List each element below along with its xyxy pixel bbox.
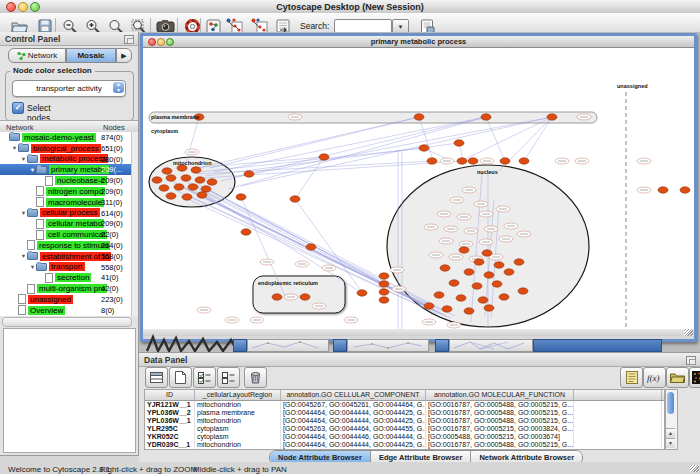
table-column-header[interactable]: _cellularLayoutRegion: [195, 390, 281, 400]
network-node[interactable]: [519, 158, 529, 164]
network-node[interactable]: [440, 265, 450, 271]
network-node[interactable]: [514, 259, 524, 265]
tree-row[interactable]: ▼primary metabo209(...: [0, 164, 138, 175]
network-node[interactable]: [424, 303, 434, 309]
scrollbar-thumb[interactable]: [667, 392, 674, 414]
unselect-attributes-icon[interactable]: [217, 367, 240, 388]
tree-row[interactable]: multi-organism pro42(0): [0, 283, 138, 294]
tab-network[interactable]: Network: [8, 48, 66, 63]
attribute-table[interactable]: ID_cellularLayoutRegionannotation.GO CEL…: [144, 389, 665, 450]
network-node[interactable]: [474, 259, 484, 265]
attribute-table-body[interactable]: YJR121W__1mitochondrion[GO:0045267, GO:0…: [145, 401, 664, 449]
table-cell[interactable]: [574, 441, 662, 449]
tree-row[interactable]: Overview8(0): [0, 305, 138, 316]
tree-row[interactable]: macromolecule311(0): [0, 197, 138, 208]
network-node[interactable]: [482, 250, 492, 256]
tree-row[interactable]: ▼biological_process651(0): [0, 143, 138, 154]
minimized-window-icon[interactable]: [435, 339, 449, 352]
expand-arrow-icon[interactable]: ▼: [20, 253, 27, 259]
network-node[interactable]: [442, 306, 452, 312]
node-color-dropdown[interactable]: transporter activity ▲▼: [12, 80, 126, 97]
expand-arrow-icon[interactable]: ▼: [20, 210, 27, 216]
tree-row[interactable]: response to stimulu264(0): [0, 240, 138, 251]
table-cell[interactable]: [GO:0016787, GO:0005488, GO:0005215, G..…: [426, 417, 574, 425]
tree-row-label[interactable]: primary metabo: [49, 165, 109, 174]
network-node[interactable]: [434, 292, 444, 298]
network-window-titlebar[interactable]: primary metabolic process: [143, 36, 694, 48]
table-cell[interactable]: mitochondrion: [195, 441, 281, 449]
network-node[interactable]: [188, 184, 198, 190]
table-cell[interactable]: YPL036W__2: [145, 409, 195, 417]
tree-row[interactable]: cellular metabo209(0): [0, 218, 138, 229]
network-edge[interactable]: [204, 192, 384, 284]
network-node[interactable]: [300, 294, 310, 300]
minimized-window-icon[interactable]: [333, 339, 347, 352]
network-node[interactable]: [468, 158, 478, 164]
minimized-window-bar[interactable]: [247, 339, 329, 352]
resize-grip-icon[interactable]: [684, 329, 693, 336]
table-row[interactable]: YPL036W__1mitochondrion[GO:0044464, GO:0…: [145, 417, 664, 425]
expand-arrow-icon[interactable]: ▼: [20, 156, 27, 162]
attribute-table-header[interactable]: ID_cellularLayoutRegionannotation.GO CEL…: [145, 390, 664, 401]
import-attributes-icon[interactable]: [666, 367, 689, 388]
tree-row[interactable]: secretion41(0): [0, 272, 138, 283]
tree-row[interactable]: mosaic-demo-yeast874(0): [0, 132, 138, 143]
network-node[interactable]: [236, 194, 246, 200]
network-node[interactable]: [494, 262, 504, 268]
tree-row-label[interactable]: cellular metabo: [46, 219, 104, 228]
tree-row-label[interactable]: biological_process: [31, 144, 101, 153]
network-node[interactable]: [166, 193, 176, 199]
window-titlebar[interactable]: Cytoscape Desktop (New Session): [0, 0, 700, 14]
table-cell[interactable]: [GO:0044464, GO:0044446, GO:0044444, G..…: [281, 433, 426, 441]
network-node[interactable]: [414, 114, 424, 120]
table-row[interactable]: YKR052Ccytoplasm[GO:0044464, GO:0044446,…: [145, 433, 664, 441]
network-node[interactable]: [500, 158, 510, 164]
tree-row-label[interactable]: multi-organism pro: [37, 284, 107, 293]
network-node[interactable]: [547, 114, 557, 120]
table-cell[interactable]: YLR295C: [145, 425, 195, 433]
tree-row-label[interactable]: unassigned: [28, 295, 73, 304]
table-cell[interactable]: [GO:0016787, GO:0005488, GO:0005215, G..…: [426, 401, 574, 409]
network-node[interactable]: [290, 196, 300, 202]
table-cell[interactable]: [574, 401, 662, 409]
table-cell[interactable]: [574, 433, 662, 441]
network-node[interactable]: [464, 269, 474, 275]
network-node[interactable]: [162, 168, 172, 174]
network-node[interactable]: [181, 175, 191, 181]
network-node[interactable]: [201, 186, 211, 192]
table-cell[interactable]: [GO:0016787, GO:0005488, GO:0005215, G..…: [426, 441, 574, 449]
network-node[interactable]: [484, 272, 494, 278]
table-column-header[interactable]: annotation.GO MOLECULAR_FUNCTION: [426, 390, 574, 400]
tree-row-label[interactable]: mosaic-demo-yeast: [22, 133, 96, 142]
tree-row[interactable]: unassigned223(0): [0, 294, 138, 305]
tree-row-label[interactable]: cellular process: [40, 208, 100, 217]
tab-overflow-arrow[interactable]: ▶: [116, 48, 132, 63]
table-cell[interactable]: mitochondrion: [195, 401, 281, 409]
network-node[interactable]: [357, 290, 367, 296]
tree-horizontal-scrollbar[interactable]: [2, 317, 132, 327]
table-icon[interactable]: [145, 367, 168, 388]
table-cell[interactable]: cytoplasm: [195, 433, 281, 441]
tree-row-label[interactable]: macromolecule: [46, 198, 104, 207]
tree-row-label[interactable]: metabolic process: [40, 154, 108, 163]
table-row[interactable]: YJR121W__1mitochondrion[GO:0045267, GO:0…: [145, 401, 664, 409]
function-builder-icon[interactable]: f(x): [643, 367, 666, 388]
scroll-down-icon[interactable]: ▼: [666, 438, 675, 448]
matrix-icon[interactable]: [689, 367, 700, 388]
network-node[interactable]: [658, 187, 668, 193]
table-cell[interactable]: [574, 409, 662, 417]
table-cell[interactable]: [GO:0044464, GO:0044444, GO:0044425, G..…: [281, 409, 426, 417]
table-cell[interactable]: plasma membrane: [195, 409, 281, 417]
network-edge[interactable]: [486, 117, 505, 161]
network-node[interactable]: [464, 308, 474, 314]
network-node[interactable]: [379, 289, 389, 295]
network-edge[interactable]: [221, 117, 486, 181]
scroll-up-icon[interactable]: ▲: [666, 428, 675, 438]
network-node[interactable]: [244, 171, 254, 177]
table-cell[interactable]: YJR121W__1: [145, 401, 195, 409]
tree-row-label[interactable]: nitrogen compo: [46, 187, 105, 196]
minimized-window-bar[interactable]: [347, 339, 429, 352]
table-cell[interactable]: [GO:0016787, GO:0005488, GO:0005215, G..…: [426, 409, 574, 417]
expand-arrow-icon[interactable]: ▼: [29, 167, 36, 173]
network-node[interactable]: [152, 177, 162, 183]
